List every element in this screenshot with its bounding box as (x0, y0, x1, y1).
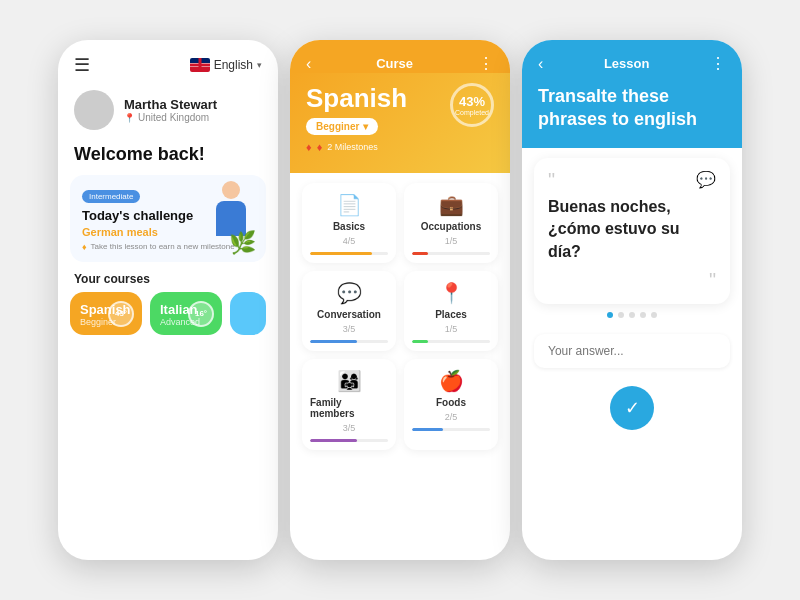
screens-container: ☰ English ▾ Martha Stewart 📍 United King… (0, 0, 800, 600)
p2-card-places[interactable]: 📍 Places 1/5 (404, 271, 498, 351)
p2-level-pill[interactable]: Begginer ▾ (306, 118, 378, 135)
person-illustration: 🌿 (206, 181, 256, 256)
dot-2 (618, 312, 624, 318)
course-card-extra[interactable] (230, 292, 266, 335)
foods-progress-bar (412, 428, 490, 431)
dot-5 (651, 312, 657, 318)
occupations-progress-bar (412, 252, 490, 255)
diamond2-icon: ♦ (317, 141, 323, 153)
location-pin-icon: 📍 (124, 113, 135, 123)
foods-count: 2/5 (445, 412, 458, 422)
lang-label: English (214, 58, 253, 72)
courses-label: Your courses (58, 262, 278, 292)
user-location: 📍 United Kingdom (124, 112, 217, 123)
family-icon: 👨‍👩‍👧 (337, 369, 362, 393)
challenge-card[interactable]: Intermediate Today's challenge German me… (70, 175, 266, 262)
phone-3: ‹ Lesson ⋮ Transalte these phrases to en… (522, 40, 742, 560)
occupations-label: Occupations (421, 221, 482, 232)
course-percent-italian: 16° (188, 301, 214, 327)
course-card-spanish[interactable]: Spanish Begginer 43° (70, 292, 142, 335)
basics-icon: 📄 (337, 193, 362, 217)
p2-level-label: Begginer (316, 121, 359, 132)
course-card-italian[interactable]: Italian Advanced 16° (150, 292, 222, 335)
p1-header: ☰ English ▾ (58, 40, 278, 84)
quote-close-icon: " (548, 269, 716, 292)
welcome-text: Welcome back! (58, 140, 278, 175)
p2-card-family[interactable]: 👨‍👩‍👧 Family members 3/5 (302, 359, 396, 450)
p2-milestones: ♦ ♦ 2 Milestones (306, 141, 494, 153)
chevron-down-icon: ▾ (257, 60, 262, 70)
user-info: Martha Stewart 📍 United Kingdom (124, 97, 217, 123)
p3-quote-text: Buenas noches, ¿cómo estuvo su día? (548, 196, 716, 263)
p2-completed-label: Completed (455, 109, 489, 116)
occupations-icon: 💼 (439, 193, 464, 217)
conversation-label: Conversation (317, 309, 381, 320)
conversation-progress-fill (310, 340, 357, 343)
family-label: Family members (310, 397, 388, 419)
submit-button[interactable]: ✓ (610, 386, 654, 430)
p2-progress-circle: 43% Completed (450, 83, 494, 127)
conversation-progress-bar (310, 340, 388, 343)
occupations-progress-fill (412, 252, 428, 255)
checkmark-icon: ✓ (625, 397, 640, 419)
dot-1 (607, 312, 613, 318)
diamond1-icon: ♦ (306, 141, 312, 153)
p2-card-foods[interactable]: 🍎 Foods 2/5 (404, 359, 498, 450)
p2-back-icon[interactable]: ‹ (306, 55, 311, 73)
challenge-illustration: 🌿 (196, 175, 266, 262)
basics-count: 4/5 (343, 236, 356, 246)
family-count: 3/5 (343, 423, 356, 433)
plant-icon: 🌿 (229, 230, 256, 256)
course-percent-spanish: 43° (108, 301, 134, 327)
dot-4 (640, 312, 646, 318)
places-progress-fill (412, 340, 428, 343)
p3-hero-title: Transalte these phrases to english (522, 85, 742, 148)
p2-hero: Spanish Begginer ▾ 43% Completed ♦ ♦ 2 M… (290, 73, 510, 173)
courses-row: Spanish Begginer 43° Italian Advanced 16… (58, 292, 278, 335)
avatar (74, 90, 114, 130)
foods-label: Foods (436, 397, 466, 408)
quote-open-icon: " (548, 170, 555, 190)
p2-more-icon[interactable]: ⋮ (478, 54, 494, 73)
p3-quote-top: " 💬 (548, 170, 716, 190)
occupations-count: 1/5 (445, 236, 458, 246)
foods-progress-fill (412, 428, 443, 431)
diamond-icon: ♦ (82, 242, 87, 252)
p3-pagination-dots (534, 312, 730, 318)
p3-header-title: Lesson (604, 56, 650, 71)
p2-courses-grid: 📄 Basics 4/5 💼 Occupations 1/5 💬 Convers… (290, 173, 510, 460)
lang-selector[interactable]: English ▾ (190, 58, 262, 72)
flag-uk-icon (190, 58, 210, 72)
p3-header: ‹ Lesson ⋮ (522, 40, 742, 85)
p2-card-conversation[interactable]: 💬 Conversation 3/5 (302, 271, 396, 351)
p2-percent-value: 43% (459, 94, 485, 109)
foods-icon: 🍎 (439, 369, 464, 393)
places-progress-bar (412, 340, 490, 343)
p2-header-title: Curse (376, 56, 413, 71)
p2-card-basics[interactable]: 📄 Basics 4/5 (302, 183, 396, 263)
places-count: 1/5 (445, 324, 458, 334)
p2-header: ‹ Curse ⋮ (290, 40, 510, 73)
chat-bubble-icon: 💬 (696, 170, 716, 189)
answer-input[interactable] (534, 334, 730, 368)
p3-main: " 💬 Buenas noches, ¿cómo estuvo su día? … (522, 148, 742, 560)
user-name: Martha Stewart (124, 97, 217, 112)
menu-icon[interactable]: ☰ (74, 54, 90, 76)
basics-progress-bar (310, 252, 388, 255)
family-progress-bar (310, 439, 388, 442)
p3-submit-row: ✓ (534, 386, 730, 430)
person-head (222, 181, 240, 199)
phone-2: ‹ Curse ⋮ Spanish Begginer ▾ 43% Complet… (290, 40, 510, 560)
p3-more-icon[interactable]: ⋮ (710, 54, 726, 73)
p3-back-icon[interactable]: ‹ (538, 55, 543, 73)
p2-level-chevron: ▾ (363, 121, 368, 132)
challenge-badge: Intermediate (82, 190, 140, 203)
p2-card-occupations[interactable]: 💼 Occupations 1/5 (404, 183, 498, 263)
conversation-icon: 💬 (337, 281, 362, 305)
basics-label: Basics (333, 221, 365, 232)
basics-progress-fill (310, 252, 372, 255)
places-icon: 📍 (439, 281, 464, 305)
p3-quote-card: " 💬 Buenas noches, ¿cómo estuvo su día? … (534, 158, 730, 304)
phone-1: ☰ English ▾ Martha Stewart 📍 United King… (58, 40, 278, 560)
conversation-count: 3/5 (343, 324, 356, 334)
